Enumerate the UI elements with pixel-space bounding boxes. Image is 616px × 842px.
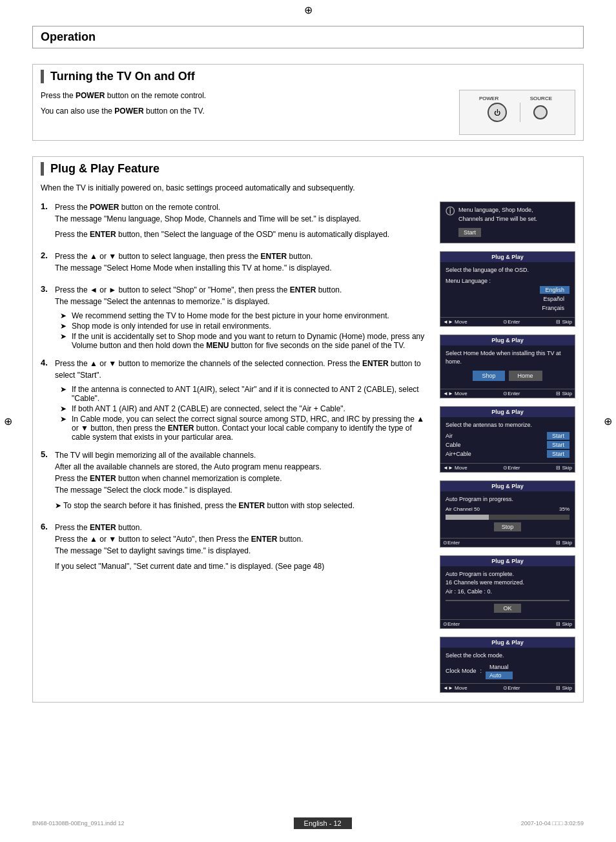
step-4: 4. Press the ▲ or ▼ button to memorize t… — [41, 358, 429, 443]
screen-5-msg: Auto Program is complete.16 Channels wer… — [446, 570, 570, 597]
screen-6-body: Select the clock mode. Clock Mode : Manu… — [440, 648, 575, 683]
ant-cable-row: Cable Start — [446, 441, 570, 449]
screen-2-skip: ⊟ Skip — [556, 391, 572, 396]
screen-6-skip: ⊟ Skip — [556, 685, 572, 691]
tv-buttons-area: POWER SOURCE ⏻ — [459, 90, 575, 135]
channel-info: Air Channel 50 — [446, 506, 480, 512]
screen-3: Plug & Play Select the antennas to memor… — [440, 406, 575, 473]
screen-2-header: Plug & Play — [440, 335, 575, 345]
screen-6-header: Plug & Play — [440, 637, 575, 648]
screen-2-enter: ⊙Enter — [503, 391, 520, 396]
ok-button[interactable]: OK — [494, 604, 520, 613]
page-container: ⊕ ⊕ ⊕ Operation Turning the TV On and Of… — [0, 0, 616, 842]
screen-3-skip: ⊟ Skip — [556, 465, 572, 471]
step-5-main: The TV will begin memorizing all of the … — [55, 449, 429, 496]
screen-5-body: Auto Program is complete.16 Channels wer… — [440, 566, 575, 620]
step-4-bullets: ➤If the antenna is connected to ANT 1(AI… — [55, 385, 429, 442]
progress-pct: 35% — [559, 506, 570, 512]
progress-fill — [446, 515, 489, 520]
step-2: 2. Press the ▲ or ▼ button to select lan… — [41, 251, 429, 278]
step-4-content: Press the ▲ or ▼ button to memorize the … — [55, 358, 429, 443]
steps-list: 1. Press the POWER button on the remote … — [41, 201, 429, 576]
tv-source-label: SOURCE — [530, 96, 552, 101]
ant-air-row: Air Start — [446, 432, 570, 440]
step-2-num: 2. — [41, 251, 51, 278]
screen-1-footer: ◄► Move ⊙Enter ⊟ Skip — [440, 317, 575, 326]
screen-1-body: Select the language of the OSD. Menu Lan… — [440, 262, 575, 317]
section1-box: Turning the TV On and Off Press the POWE… — [32, 64, 584, 141]
step-6-num: 6. — [41, 522, 51, 576]
clock-auto-option[interactable]: Auto — [486, 672, 513, 679]
step-5-content: The TV will begin memorizing all of the … — [55, 449, 429, 515]
screen-4-body: Auto Program in progress. Air Channel 50… — [440, 491, 575, 538]
screen-1-menu-row: Menu Language : — [446, 278, 570, 284]
section2-bar — [41, 162, 44, 176]
step-3-bullet-3: ➤If the unit is accidentally set to Shop… — [60, 332, 429, 350]
start-button[interactable]: Start — [458, 228, 481, 237]
clock-mode-row: Clock Mode : Manual Auto — [446, 663, 570, 679]
step-3-content: Press the ◄ or ► button to select "Shop"… — [55, 284, 429, 351]
lang-francais-option[interactable]: Français — [537, 304, 570, 312]
ant-cable-start[interactable]: Start — [547, 441, 570, 449]
clock-options: Manual Auto — [486, 663, 513, 679]
screen-4-skip: ⊟ Skip — [556, 540, 572, 546]
step-1-sub: Press the ENTER button, then "Select the… — [55, 229, 429, 240]
clock-manual-option[interactable]: Manual — [486, 663, 513, 671]
step-4-main: Press the ▲ or ▼ button to memorize the … — [55, 358, 429, 381]
step-1: 1. Press the POWER button on the remote … — [41, 201, 429, 244]
screen-2-move: ◄► Move — [443, 391, 467, 396]
section1-line1: Press the POWER button on the remote con… — [41, 90, 446, 101]
screen-5-enter: ⊙Enter — [443, 621, 460, 627]
section2-intro: When the TV is initially powered on, bas… — [41, 182, 575, 194]
home-button[interactable]: Home — [509, 371, 542, 381]
shop-button[interactable]: Shop — [473, 371, 504, 381]
step-3-num: 3. — [41, 284, 51, 351]
screen-4-footer: ⊙Enter ⊟ Skip — [440, 538, 575, 547]
screen-4-subtitle: Auto Program in progress. — [446, 495, 570, 504]
clock-mode-label: Clock Mode — [446, 668, 477, 674]
step-6: 6. Press the ENTER button. Press the ▲ o… — [41, 522, 429, 576]
screen-1: Plug & Play Select the language of the O… — [440, 251, 575, 327]
screen-2-footer: ◄► Move ⊙Enter ⊟ Skip — [440, 389, 575, 398]
reg-mark-left: ⊕ — [4, 415, 12, 427]
step-1-main: Press the POWER button on the remote con… — [55, 201, 429, 225]
screen-3-header: Plug & Play — [440, 407, 575, 417]
screen-5-header: Plug & Play — [440, 556, 575, 566]
step-3-bullet-2: ➤Shop mode is only intended for use in r… — [60, 322, 429, 331]
screen-6-footer: ◄► Move ⊙Enter ⊟ Skip — [440, 683, 575, 692]
footer-right: 2007-10-04 □□□ 3:02:59 — [521, 820, 584, 827]
progress-bar — [446, 515, 570, 520]
step-1-num: 1. — [41, 201, 51, 244]
tv-buttons-image: POWER SOURCE ⏻ — [459, 90, 575, 135]
screen-2: Plug & Play Select Home Mode when instal… — [440, 334, 575, 398]
screen-6-enter: ⊙Enter — [503, 685, 520, 691]
step-6-content: Press the ENTER button. Press the ▲ or ▼… — [55, 522, 429, 576]
section1-content: Press the POWER button on the remote con… — [41, 90, 575, 135]
lang-english-selected[interactable]: English — [540, 286, 570, 294]
screen-0-body: ⓘ Menu language, Shop Mode,Channels and … — [440, 202, 575, 243]
screen-4-enter: ⊙Enter — [443, 540, 460, 546]
step-4-bullet-3: ➤In Cable mode, you can select the corre… — [60, 415, 429, 442]
page-footer: BN68-01308B-00Eng_0911.indd 12 English -… — [0, 817, 616, 829]
section2-box: Plug & Play Feature When the TV is initi… — [32, 156, 584, 703]
footer-left: BN68-01308B-00Eng_0911.indd 12 — [32, 820, 125, 827]
screen-0-row: ⓘ Menu language, Shop Mode,Channels and … — [446, 206, 570, 239]
tv-divider — [520, 103, 520, 122]
ant-aircable-label: Air+Cable — [446, 451, 543, 457]
screen-3-footer: ◄► Move ⊙Enter ⊟ Skip — [440, 463, 575, 472]
step-3-main: Press the ◄ or ► button to select "Shop"… — [55, 284, 429, 307]
page-title: Operation — [41, 30, 575, 44]
lang-espanol-option[interactable]: Español — [538, 295, 570, 303]
footer-center: English - 12 — [294, 817, 352, 829]
section1-line2: You can also use the POWER button on the… — [41, 105, 446, 117]
screen-0-text: Menu language, Shop Mode,Channels and Ti… — [458, 206, 537, 239]
screen-5-footer: ⊙Enter ⊟ Skip — [440, 619, 575, 628]
screen-6-subtitle: Select the clock mode. — [446, 652, 570, 661]
screens-column: ⓘ Menu language, Shop Mode,Channels and … — [440, 201, 575, 697]
tv-power-button: ⏻ — [488, 103, 507, 122]
ant-air-start[interactable]: Start — [547, 432, 570, 440]
stop-button[interactable]: Stop — [494, 522, 522, 531]
step-2-content: Press the ▲ or ▼ button to select langua… — [55, 251, 429, 278]
ant-aircable-start[interactable]: Start — [547, 450, 570, 458]
step-6-sub: If you select "Manual", "Set current dat… — [55, 560, 429, 572]
